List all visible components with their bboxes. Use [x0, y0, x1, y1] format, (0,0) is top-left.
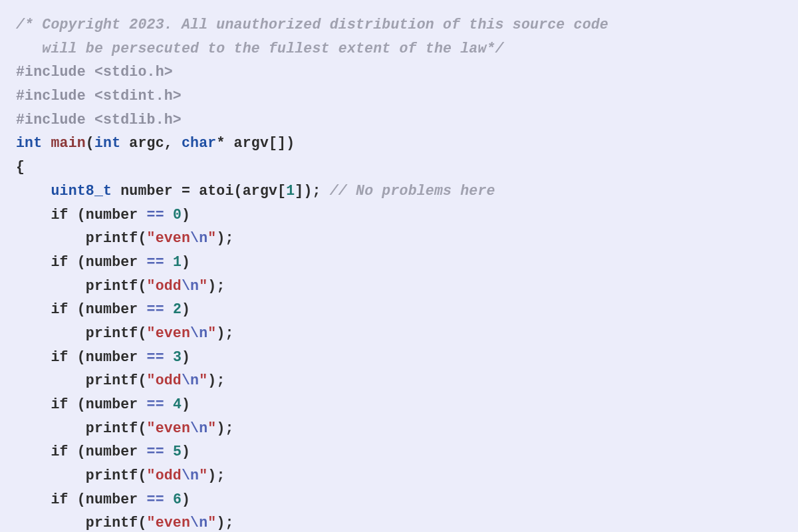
- call-printf: printf: [86, 230, 138, 246]
- num-3: 3: [173, 349, 182, 365]
- num-6: 6: [173, 491, 182, 507]
- num-5: 5: [173, 444, 182, 460]
- type-uint8: uint8_t: [51, 183, 112, 199]
- str-even: "even: [147, 230, 191, 246]
- include-stdlib: #include <stdlib.h>: [16, 112, 182, 128]
- str-odd: "odd: [147, 278, 182, 294]
- include-stdio: #include <stdio.h>: [16, 64, 173, 80]
- kw-if-0: if: [51, 207, 68, 223]
- fn-main: main: [51, 135, 85, 151]
- num-2: 2: [173, 301, 182, 317]
- kw-int: int: [16, 135, 42, 151]
- code-block: /* Copyright 2023. All unauthorized dist…: [0, 0, 798, 532]
- num-0: 0: [173, 207, 182, 223]
- comment-copyright-2: will be persecuted to the fullest extent…: [16, 41, 504, 57]
- include-stdint: #include <stdint.h>: [16, 88, 182, 104]
- comment-copyright-1: /* Copyright 2023. All unauthorized dist…: [16, 17, 608, 33]
- comment-inline: // No problems here: [330, 183, 495, 199]
- brace-open: {: [16, 159, 25, 175]
- num-1: 1: [173, 254, 182, 270]
- num-4: 4: [173, 396, 182, 412]
